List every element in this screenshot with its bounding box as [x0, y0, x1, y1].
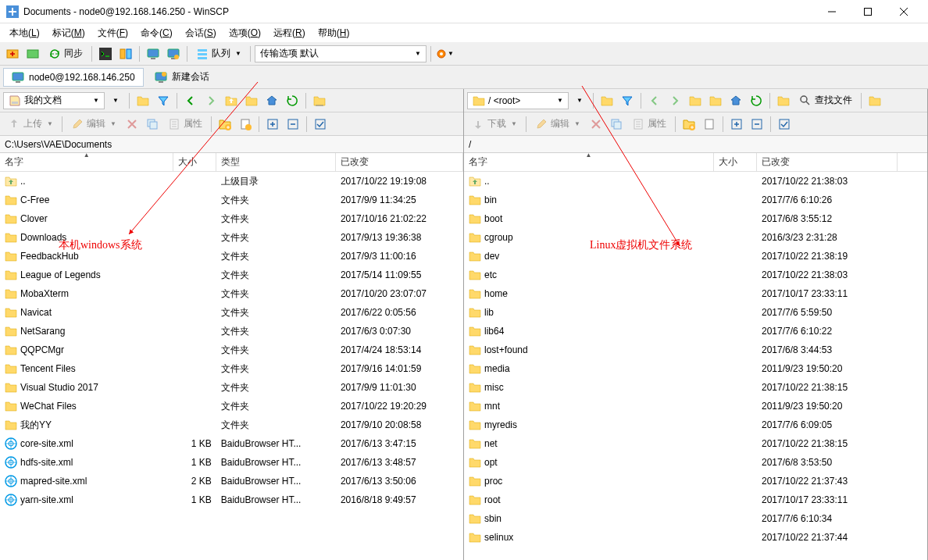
remote-new-folder-icon[interactable]	[680, 115, 698, 134]
list-item[interactable]: core-site.xml1 KBBaiduBrowser HT...2017/…	[0, 434, 463, 453]
remote-download-button[interactable]: 下载▼	[467, 115, 522, 134]
remote-collapse-icon[interactable]	[748, 115, 766, 134]
path-bookmark-icon[interactable]	[164, 45, 183, 63]
local-home-icon[interactable]	[262, 91, 281, 110]
remote-path-dropdown[interactable]: / <root> ▼	[467, 92, 569, 109]
local-upload-button[interactable]: 上传▼	[3, 115, 58, 134]
remote-col-name[interactable]: ▲名字	[464, 153, 714, 171]
remote-delete-icon[interactable]	[587, 115, 605, 134]
local-file-list[interactable]: ▲名字 大小 类型 已改变 ..上级目录2017/10/22 19:19:08C…	[0, 153, 463, 560]
menu-item-2[interactable]: 文件(F)	[91, 24, 134, 42]
list-item[interactable]: ..上级目录2017/10/22 19:19:08	[0, 172, 463, 191]
list-item[interactable]: Downloads文件夹2017/9/13 19:36:38	[0, 228, 463, 247]
list-item[interactable]: etc2017/10/22 21:38:03	[464, 266, 927, 284]
local-check-icon[interactable]	[311, 115, 330, 134]
list-item[interactable]: Clover文件夹2017/10/16 21:02:22	[0, 209, 463, 228]
local-col-size[interactable]: 大小	[173, 153, 216, 171]
list-item[interactable]: C-Free文件夹2017/9/9 11:34:25	[0, 191, 463, 209]
list-item[interactable]: cgroup2016/3/23 2:31:28	[464, 228, 927, 247]
local-parent-icon[interactable]	[222, 91, 241, 110]
local-path-dropdown[interactable]: 我的文档 ▼	[3, 92, 105, 109]
list-item[interactable]: proc2017/10/22 21:37:43	[464, 472, 927, 490]
menu-item-4[interactable]: 会话(S)	[179, 24, 223, 42]
compare-icon[interactable]	[116, 45, 135, 63]
list-item[interactable]: mnt2011/9/23 19:50:20	[464, 397, 927, 416]
console-icon[interactable]	[96, 45, 115, 63]
local-back-icon[interactable]	[181, 91, 200, 110]
local-filter-icon[interactable]	[154, 91, 173, 110]
remote-expand-icon[interactable]	[727, 115, 746, 134]
settings-icon[interactable]: ▼	[435, 45, 454, 63]
remote-open-folder-icon[interactable]	[598, 91, 616, 110]
remote-forward-icon[interactable]	[666, 91, 684, 110]
local-copy-icon[interactable]	[143, 115, 162, 134]
list-item[interactable]: yarn-site.xml1 KBBaiduBrowser HT...2016/…	[0, 490, 463, 509]
new-session-icon[interactable]	[3, 45, 22, 63]
session-tab-active[interactable]: node0@192.168.146.250	[3, 68, 144, 87]
list-item[interactable]: myredis2017/7/6 6:09:05	[464, 416, 927, 434]
list-item[interactable]: bin2017/7/6 6:10:26	[464, 191, 927, 209]
local-new-file-icon[interactable]	[236, 115, 255, 134]
list-item[interactable]: boot2017/6/8 3:55:12	[464, 209, 927, 228]
list-item[interactable]: lost+found2017/6/8 3:44:53	[464, 341, 927, 359]
local-drive-select[interactable]: ▼	[106, 91, 125, 110]
list-item[interactable]: MobaXterm文件夹2017/10/20 23:07:07	[0, 284, 463, 303]
list-item[interactable]: Navicat文件夹2017/6/22 0:05:56	[0, 303, 463, 322]
local-root-icon[interactable]	[242, 91, 261, 110]
local-properties-button[interactable]: 属性	[163, 115, 207, 134]
remote-col-modified[interactable]: 已改变	[757, 153, 898, 171]
list-item[interactable]: mapred-site.xml2 KBBaiduBrowser HT...201…	[0, 472, 463, 490]
local-col-name[interactable]: ▲名字	[0, 153, 173, 171]
local-refresh-icon[interactable]	[283, 91, 302, 110]
synchronize-button[interactable]: 同步	[44, 45, 87, 63]
menu-item-1[interactable]: 标记(M)	[46, 24, 91, 42]
remote-tree-icon[interactable]	[774, 91, 793, 110]
remote-check-icon[interactable]	[775, 115, 794, 134]
local-expand-icon[interactable]	[263, 115, 282, 134]
close-button[interactable]	[886, 0, 922, 23]
list-item[interactable]: 我的YY文件夹2017/9/10 20:08:58	[0, 416, 463, 434]
remote-refresh-icon[interactable]	[747, 91, 766, 110]
menu-item-6[interactable]: 远程(R)	[267, 24, 312, 42]
remote-find-button[interactable]: 查找文件	[794, 91, 857, 110]
list-item[interactable]: lib2017/7/6 5:59:50	[464, 303, 927, 322]
list-item[interactable]: NetSarang文件夹2017/6/3 0:07:30	[0, 322, 463, 341]
remote-new-file-icon[interactable]	[700, 115, 719, 134]
list-item[interactable]: lib642017/7/6 6:10:22	[464, 322, 927, 341]
remote-properties-button[interactable]: 属性	[627, 115, 671, 134]
list-item[interactable]: League of Legends文件夹2017/5/14 11:09:55	[0, 266, 463, 284]
local-open-folder-icon[interactable]	[134, 91, 152, 110]
add-bookmark-icon[interactable]	[144, 45, 162, 63]
minimize-button[interactable]	[814, 0, 850, 23]
list-item[interactable]: FeedbackHub文件夹2017/9/3 11:00:16	[0, 247, 463, 266]
local-edit-button[interactable]: 编辑▼	[66, 115, 121, 134]
list-item[interactable]: Tencent Files文件夹2017/9/16 14:01:59	[0, 359, 463, 378]
list-item[interactable]: net2017/10/22 21:38:15	[464, 434, 927, 453]
remote-edit-button[interactable]: 编辑▼	[530, 115, 585, 134]
list-item[interactable]: sbin2017/7/6 6:10:34	[464, 509, 927, 528]
menu-item-7[interactable]: 帮助(H)	[312, 24, 356, 42]
list-item[interactable]: hdfs-site.xml1 KBBaiduBrowser HT...2017/…	[0, 453, 463, 472]
maximize-button[interactable]	[850, 0, 886, 23]
menu-item-5[interactable]: 选项(O)	[223, 24, 267, 42]
list-item[interactable]: misc2017/10/22 21:38:15	[464, 378, 927, 397]
sites-icon[interactable]	[23, 45, 42, 63]
list-item[interactable]: dev2017/10/22 21:38:19	[464, 247, 927, 266]
queue-button[interactable]: 队列▼	[191, 45, 246, 63]
remote-root-icon[interactable]	[706, 91, 725, 110]
remote-parent-icon[interactable]	[686, 91, 705, 110]
local-tree-icon[interactable]	[310, 91, 329, 110]
menu-item-3[interactable]: 命令(C)	[134, 24, 179, 42]
list-item[interactable]: selinux2017/10/22 21:37:44	[464, 528, 927, 547]
remote-home-icon[interactable]	[726, 91, 745, 110]
remote-col-size[interactable]: 大小	[714, 153, 757, 171]
new-session-tab[interactable]: 新建会话	[147, 68, 217, 87]
list-item[interactable]: media2011/9/23 19:50:20	[464, 359, 927, 378]
transfer-settings-dropdown[interactable]: 传输选项 默认▼	[255, 45, 427, 62]
list-item[interactable]: QQPCMgr文件夹2017/4/24 18:53:14	[0, 341, 463, 359]
remote-filter-icon[interactable]	[618, 91, 637, 110]
menu-item-0[interactable]: 本地(L)	[3, 24, 46, 42]
local-col-modified[interactable]: 已改变	[336, 153, 463, 171]
local-new-folder-icon[interactable]	[216, 115, 234, 134]
list-item[interactable]: WeChat Files文件夹2017/10/22 19:20:29	[0, 397, 463, 416]
